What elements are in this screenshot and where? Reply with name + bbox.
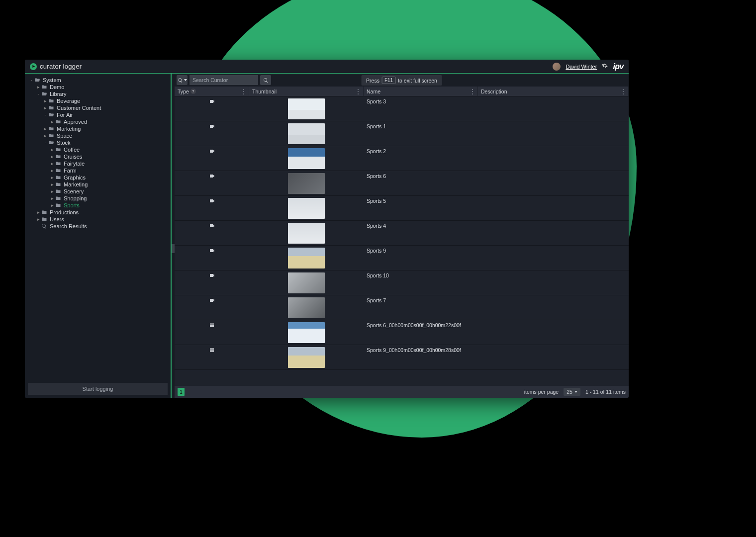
tree-item[interactable]: -Library (27, 90, 169, 97)
cell-thumbnail (249, 146, 364, 171)
folder-icon (55, 161, 62, 167)
folder-open-icon (34, 77, 41, 83)
folder-icon (41, 216, 48, 222)
tree-item[interactable]: ▸Customer Content (27, 104, 169, 111)
table-row[interactable]: Sports 4 (175, 221, 629, 246)
folder-open-icon (48, 112, 55, 118)
tree-item[interactable]: ▸Sports (27, 202, 169, 209)
video-icon (209, 223, 215, 230)
tree-item[interactable]: -For Air (27, 111, 169, 118)
tree-toggle[interactable]: ▸ (50, 154, 55, 159)
tree-item[interactable]: ▸Shopping (27, 195, 169, 202)
tree-item[interactable]: ▸Users (27, 216, 169, 223)
tree-toggle[interactable]: ▸ (50, 161, 55, 166)
cell-name: Sports 6 (364, 171, 478, 195)
tree-toggle[interactable]: - (29, 78, 34, 83)
items-per-page-select[interactable]: 25 (564, 388, 580, 396)
tree-toggle[interactable]: - (36, 91, 41, 96)
table-row[interactable]: Sports 10 (175, 270, 629, 295)
table-row[interactable]: Sports 5 (175, 196, 629, 221)
tree-toggle[interactable]: ▸ (50, 175, 55, 180)
start-logging-button[interactable]: Start logging (28, 383, 168, 395)
search-button[interactable] (260, 75, 271, 85)
tree-item[interactable]: ▸Marketing (27, 181, 169, 188)
tree-label: System (43, 77, 61, 83)
video-icon (209, 198, 215, 205)
tree-item[interactable]: -System (27, 77, 169, 84)
tree-toggle[interactable]: ▸ (43, 126, 48, 131)
cell-type (175, 121, 249, 146)
thumbnail-image (288, 272, 325, 293)
tree-item[interactable]: ▸Fairytale (27, 160, 169, 167)
col-header-name[interactable]: Name ⋮ (364, 87, 478, 96)
help-icon[interactable]: ? (190, 89, 196, 94)
username-link[interactable]: David Winter (566, 64, 597, 70)
search-input[interactable] (189, 75, 258, 85)
table-row[interactable]: Sports 7 (175, 295, 629, 320)
page-button[interactable]: 1 (178, 388, 185, 396)
tree-item[interactable]: ▸Coffee (27, 146, 169, 153)
table-row[interactable]: Sports 9 (175, 246, 629, 270)
cell-description (478, 221, 629, 245)
table-row[interactable]: Sports 6 (175, 171, 629, 196)
tree-item[interactable]: ▸Approved (27, 118, 169, 125)
hint-post: to exit full screen (398, 78, 437, 84)
cell-type (175, 246, 249, 270)
table-row[interactable]: Sports 3 (175, 96, 629, 121)
tree-toggle[interactable]: - (43, 112, 48, 117)
header-bar: curator logger David Winter ipv (25, 60, 629, 74)
tree-item[interactable]: Search Results (27, 223, 169, 230)
tree-item[interactable]: ▸Farm (27, 167, 169, 174)
tree-item[interactable]: ▸Scenery (27, 188, 169, 195)
col-header-description[interactable]: Description ⋮ (478, 87, 629, 96)
cell-thumbnail (249, 270, 364, 295)
thumbnail-image (288, 123, 325, 144)
panel-collapse-handle[interactable] (172, 74, 175, 398)
col-header-type[interactable]: Type ? ⋮ (175, 87, 249, 96)
tree-toggle[interactable]: ▸ (50, 203, 55, 208)
tree-toggle[interactable]: ▸ (50, 196, 55, 201)
tree-toggle[interactable]: ▸ (50, 182, 55, 187)
col-header-thumbnail[interactable]: Thumbnail ⋮ (249, 87, 364, 96)
tree-label: Shopping (64, 195, 87, 201)
tree-toggle[interactable]: ▸ (43, 105, 48, 110)
fullscreen-hint: Press F11 to exit full screen (361, 75, 442, 86)
tree-item[interactable]: ▸Cruises (27, 153, 169, 160)
cell-name: Sports 9_00h00m00s00f_00h00m28s00f (364, 345, 478, 369)
table-row[interactable]: Sports 2 (175, 146, 629, 171)
tree-toggle[interactable]: ▸ (50, 147, 55, 152)
table-row[interactable]: Sports 6_00h00m00s00f_00h00m22s00f (175, 320, 629, 345)
cell-description (478, 295, 629, 320)
tree-item[interactable]: ▸Beverage (27, 97, 169, 104)
tree-item[interactable]: -Stock (27, 139, 169, 146)
tree-item[interactable]: ▸Demo (27, 84, 169, 90)
app-title: curator logger (40, 63, 82, 70)
tree-item[interactable]: ▸Productions (27, 209, 169, 216)
gear-icon[interactable] (602, 63, 608, 70)
video-icon (209, 272, 215, 279)
cell-type (175, 270, 249, 295)
table-row[interactable]: Sports 1 (175, 121, 629, 146)
tree-toggle[interactable]: ▸ (36, 85, 41, 90)
tree-item[interactable]: ▸Space (27, 132, 169, 139)
folder-open-icon (48, 140, 55, 146)
tree-toggle[interactable]: ▸ (43, 133, 48, 138)
video-icon (209, 297, 215, 304)
avatar[interactable] (553, 63, 561, 71)
tree-toggle[interactable]: ▸ (36, 210, 41, 215)
tree-toggle[interactable]: ▸ (43, 98, 48, 103)
tree-toggle[interactable]: ▸ (50, 168, 55, 173)
tree-item[interactable]: ▸Graphics (27, 174, 169, 181)
folder-icon (41, 84, 48, 90)
folder-icon (41, 209, 48, 215)
table-row[interactable]: Sports 9_00h00m00s00f_00h00m28s00f (175, 345, 629, 370)
tree-toggle[interactable]: ▸ (50, 189, 55, 194)
cell-description (478, 246, 629, 270)
tree-label: Library (50, 91, 67, 97)
search-options-button[interactable] (177, 75, 188, 85)
tree-toggle[interactable]: - (43, 140, 48, 145)
sidebar: -System▸Demo-Library▸Beverage▸Customer C… (25, 74, 172, 398)
tree-toggle[interactable]: ▸ (36, 217, 41, 222)
tree-toggle[interactable]: ▸ (50, 119, 55, 124)
tree-item[interactable]: ▸Marketing (27, 125, 169, 132)
